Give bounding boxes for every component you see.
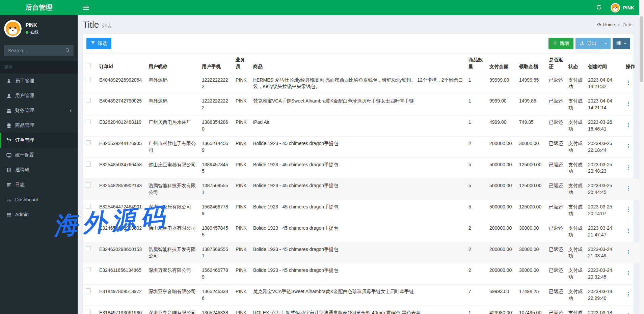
pay-amount-cell: 4999.00 [487,115,516,137]
qty-cell: 5 [466,158,487,179]
row-actions-button[interactable] [626,228,631,234]
sidebar-item-label: Dashboard [15,197,73,202]
sidebar-item-label: 用户管理 [15,93,73,99]
phone-cell: 13894578455 [199,158,233,179]
search-icon [65,49,70,54]
table-row: E324630298600153浩腾智能科技开发有限公司13875695551P… [83,242,639,263]
row-checkbox[interactable] [86,182,91,188]
phone-cell: 13652463386 [199,306,233,314]
row-actions-button[interactable] [626,143,631,149]
row-checkbox[interactable] [86,246,91,251]
cart-icon [6,138,12,143]
sidebar-item-invite-code[interactable]: 邀请码 [0,163,78,177]
status-cell: 支付成功 [566,200,585,221]
sidebar-item-label: 商品管理 [15,122,73,129]
row-actions-button[interactable] [626,207,631,212]
nickname-cell: 浩腾智能科技开发有限公司 [146,179,199,200]
status-cell: 支付成功 [566,242,585,263]
receive-amount-cell: 30000.00 [516,221,546,242]
status-cell: 支付成功 [566,158,585,179]
sidebar-item-unified-config[interactable]: 统一配置 [0,148,78,163]
refresh-button[interactable] [596,4,602,11]
returned-cell: 已返还 [546,263,566,285]
order-id-cell: E325464472464901 [97,200,146,221]
search-button[interactable] [63,46,72,55]
online-label: 在线 [30,29,38,35]
funnel-icon [91,41,95,46]
row-actions-button[interactable] [626,80,631,86]
returned-cell: 已返还 [546,73,566,94]
nickname-cell: 深圳万家乐有限公司 [146,263,199,285]
columns-toggle-button[interactable] [613,38,630,49]
page-subtitle: 列表 [102,23,112,29]
row-actions-button[interactable] [626,101,631,107]
sidebar-item-orders[interactable]: 订单管理 [0,133,78,148]
row-checkbox[interactable] [86,162,91,167]
scrollbar-track[interactable] [639,0,644,314]
row-actions-button[interactable] [626,165,631,170]
created-time-cell: 2023-03-24 21:03:49 [585,242,623,263]
receive-amount-cell: 107495.00 [516,306,546,314]
app-logo[interactable]: 后台管理 [0,0,78,15]
table-header-8: 是否返还 [546,54,566,73]
pay-amount-cell: 200000.00 [487,221,516,242]
sidebar-item-users[interactable]: 用户管理 [0,88,78,103]
export-button[interactable]: 导出 [575,38,601,49]
order-id-cell: E318497809513972 [97,285,146,306]
row-actions-button[interactable] [626,291,631,297]
orders-table: 订单id用户昵称用户手机业务员商品商品数量支付金额领取金额是否返还状态创建时间操… [83,53,639,314]
navbar-user-menu[interactable]: PINK [611,3,634,12]
row-actions-button[interactable] [626,270,631,276]
list-icon [6,212,12,217]
row-checkbox[interactable] [86,119,91,124]
nickname-cell: 深圳亚亨音响有限公司 [146,285,199,306]
select-all-checkbox[interactable] [86,63,91,68]
sidebar-item-staff[interactable]: 员工管理 [0,74,78,88]
main-area: PINK Title列表 Home > Order [78,0,639,314]
add-button-label: 新增 [560,40,569,47]
row-checkbox[interactable] [86,288,91,293]
status-cell: 支付成功 [566,179,585,200]
row-checkbox[interactable] [86,77,91,82]
row-checkbox[interactable] [86,267,91,272]
product-cell: 梵克雅宝VCA手链Sweet Alhambra黄K金配白色珍珠贝母手链女士四叶草… [250,94,466,115]
phone-cell: 13652463386 [199,285,233,306]
add-button[interactable]: 新增 [548,38,573,49]
sidebar-item-logs[interactable]: 日志 [0,177,78,192]
scrollbar-thumb[interactable] [640,16,643,82]
receive-amount-cell: 30000.00 [516,242,546,263]
table-header-9: 状态 [566,54,585,73]
table-row: E404892926992064海外源码12222222222PINKHERME… [83,73,639,94]
sidebar-item-admin[interactable]: Admin [0,207,78,222]
phone-cell: 12222222222 [199,94,233,115]
receive-amount-cell: 125000.00 [516,179,546,200]
product-cell: Bolide 1923 - 45 chimeres dragon手提包 [250,179,466,200]
created-time-cell: 2023-03-25 22:18:44 [585,136,623,158]
product-cell: Bolide 1923 - 45 chimeres dragon手提包 [250,136,466,158]
row-checkbox[interactable] [86,225,91,230]
row-checkbox[interactable] [86,310,91,314]
row-actions-button[interactable] [626,122,631,128]
row-checkbox[interactable] [86,98,91,103]
sidebar-item-dashboard[interactable]: Dashboard [0,192,78,207]
filter-button[interactable]: 筛选 [86,38,111,49]
sidebar-toggle-button[interactable] [78,0,94,15]
status-cell: 支付成功 [566,136,585,158]
status-cell: 支付成功 [566,73,585,94]
qty-cell: 5 [466,179,487,200]
row-actions-button[interactable] [626,185,631,191]
row-checkbox[interactable] [86,204,91,209]
status-cell: 支付成功 [566,263,585,285]
receive-amount-cell: 30000.00 [516,263,546,285]
breadcrumb-home-link[interactable]: Home [603,22,615,27]
created-time-cell: 2023-03-24 20:32:45 [585,263,623,285]
row-actions-button[interactable] [626,249,631,255]
export-dropdown-caret[interactable] [601,38,611,49]
pay-amount-cell: 200000.00 [487,136,516,158]
nickname-cell: 佛山庄臣电器有限公司 [146,158,199,179]
row-checkbox[interactable] [86,140,91,145]
sidebar-item-finance[interactable]: 财务管理 [0,103,78,118]
row-actions-button[interactable] [626,313,631,314]
sidebar-item-goods[interactable]: 商品管理 [0,118,78,133]
product-cell: Bolide 1923 - 45 chimeres dragon手提包 [250,242,466,263]
